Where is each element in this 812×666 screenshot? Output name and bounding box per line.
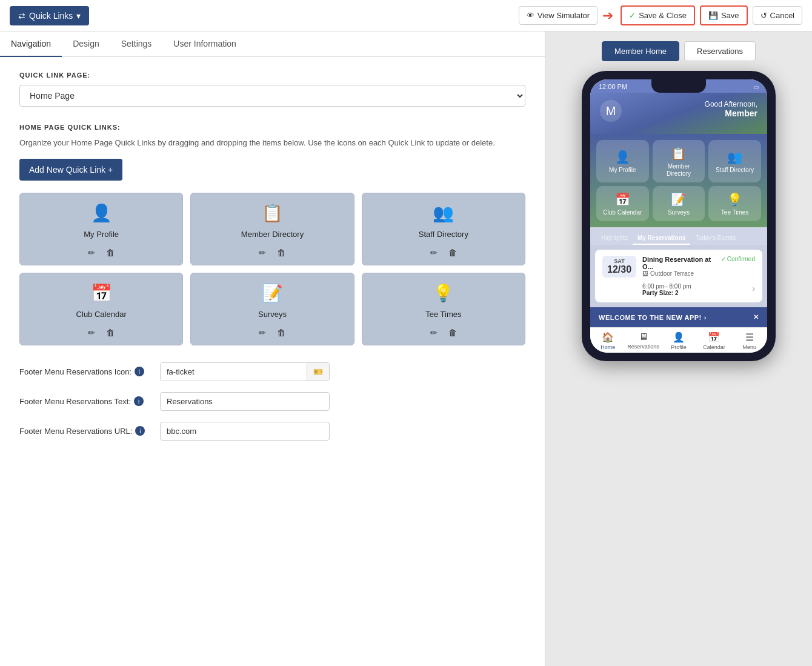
surveys-edit-button[interactable]: ✏ (256, 327, 268, 339)
phone-notch (651, 79, 706, 93)
app-tile-tee-times-name: Tee Times (721, 209, 749, 216)
app-tile-my-profile[interactable]: 👤 My Profile (596, 140, 649, 182)
app-tile-staff-directory[interactable]: 👥 Staff Directory (708, 140, 761, 182)
menu-nav-label: Menu (743, 344, 757, 350)
staff-directory-edit-button[interactable]: ✏ (428, 247, 440, 259)
tee-times-delete-button[interactable]: 🗑 (446, 327, 459, 339)
app-tile-surveys-icon: 📝 (671, 192, 686, 207)
app-tile-tee-times[interactable]: 💡 Tee Times (708, 186, 761, 221)
member-directory-actions: ✏ 🗑 (256, 247, 288, 259)
quick-link-page-label: QUICK LINK PAGE: (19, 72, 525, 79)
phone-logo: M (600, 100, 622, 122)
reservation-info: Dining Reservation at O... ✓ Confirmed 🖼… (642, 256, 755, 296)
save-icon: 💾 (708, 11, 718, 20)
phone-tab-todays-events[interactable]: Today's Events (690, 232, 740, 245)
footer-url-field: Footer Menu Reservations URL: i (19, 422, 525, 441)
view-simulator-button[interactable]: 👁 View Simulator (519, 6, 597, 25)
app-tile-club-calendar-name: Club Calendar (603, 209, 642, 216)
footer-icon-input[interactable] (161, 363, 307, 381)
save-button[interactable]: 💾 Save (700, 5, 748, 25)
check-icon: ✓ (629, 11, 636, 20)
my-profile-delete-button[interactable]: 🗑 (104, 247, 117, 259)
my-profile-edit-button[interactable]: ✏ (85, 247, 98, 259)
phone-header: M Good Afternoon, Member (590, 93, 767, 134)
quick-links-label: Quick Links (29, 11, 73, 21)
reservations-nav-icon: 🖥 (639, 331, 648, 342)
phone-greeting: Good Afternoon, Member (705, 100, 757, 118)
quick-link-card-surveys: 📝 Surveys ✏ 🗑 (190, 273, 354, 345)
phone-nav-profile[interactable]: 👤 Profile (661, 331, 696, 350)
tab-navigation[interactable]: Navigation (0, 32, 62, 57)
member-directory-icon: 📋 (262, 203, 283, 223)
footer-icon-info-icon[interactable]: i (135, 367, 144, 376)
home-nav-icon: 🏠 (602, 331, 614, 343)
staff-directory-delete-button[interactable]: 🗑 (446, 247, 459, 259)
profile-nav-label: Profile (671, 344, 687, 350)
sim-tab-member-home[interactable]: Member Home (602, 41, 679, 61)
calendar-nav-label: Calendar (703, 344, 725, 350)
app-tile-staff-directory-name: Staff Directory (716, 167, 754, 174)
footer-text-field: Footer Menu Reservations Text: i (19, 392, 525, 411)
app-tile-club-calendar[interactable]: 📅 Club Calendar (596, 186, 649, 221)
reservation-arrow-icon: › (752, 284, 755, 293)
surveys-icon: 📝 (262, 283, 283, 303)
tab-user-information[interactable]: User Information (162, 32, 247, 57)
surveys-name: Surveys (258, 310, 287, 319)
member-directory-edit-button[interactable]: ✏ (256, 247, 268, 259)
club-calendar-edit-button[interactable]: ✏ (85, 327, 98, 339)
member-directory-delete-button[interactable]: 🗑 (275, 247, 288, 259)
top-actions: 👁 View Simulator ➔ ✓ Save & Close 💾 Save… (519, 5, 802, 25)
app-grid: 👤 My Profile 📋 Member Directory 👥 Staff … (590, 134, 767, 227)
quick-links-dropdown-button[interactable]: ⇄ Quick Links ▾ (10, 6, 89, 25)
footer-url-label: Footer Menu Reservations URL: i (19, 426, 153, 436)
eye-icon: 👁 (527, 11, 534, 20)
app-tile-surveys[interactable]: 📝 Surveys (653, 186, 705, 221)
phone-screen: 12:00 PM ▭ M Good Afternoon, Member (590, 79, 767, 353)
tab-settings[interactable]: Settings (110, 32, 163, 57)
phone-nav-calendar[interactable]: 📅 Calendar (696, 331, 731, 350)
phone-nav-menu[interactable]: ☰ Menu (732, 331, 767, 350)
tee-times-name: Tee Times (425, 310, 461, 319)
phone-tab-my-reservations[interactable]: My Reservations (633, 232, 690, 245)
home-quick-links-label: HOME PAGE QUICK LINKS: (19, 124, 525, 131)
app-tile-my-profile-name: My Profile (609, 167, 636, 174)
phone-tab-highlights[interactable]: Highlights (596, 232, 633, 245)
phone-nav-reservations[interactable]: 🖥 Reservations (625, 331, 661, 350)
save-and-close-button[interactable]: ✓ Save & Close (621, 5, 695, 25)
tab-design[interactable]: Design (62, 32, 110, 57)
sim-tab-reservations[interactable]: Reservations (684, 41, 756, 61)
icon-preview: 🎫 (307, 363, 329, 381)
app-tile-member-directory[interactable]: 📋 Member Directory (653, 140, 705, 182)
club-calendar-delete-button[interactable]: 🗑 (104, 327, 117, 339)
cancel-button[interactable]: ↺ Cancel (753, 6, 802, 25)
surveys-delete-button[interactable]: 🗑 (275, 327, 288, 339)
cancel-icon: ↺ (760, 11, 767, 20)
footer-icon-field: Footer Menu Reservations Icon: i 🎫 (19, 362, 525, 381)
app-tile-tee-times-icon: 💡 (727, 192, 742, 207)
quick-link-page-dropdown[interactable]: Home Page About Page Contact Page (19, 85, 525, 107)
staff-directory-name: Staff Directory (419, 230, 468, 239)
link-icon: ⇄ (18, 11, 25, 21)
add-quick-link-button[interactable]: Add New Quick Link + (19, 159, 122, 181)
club-calendar-actions: ✏ 🗑 (85, 327, 117, 339)
simulator-tabs: Member Home Reservations (555, 41, 802, 61)
footer-text-info-icon[interactable]: i (134, 396, 144, 406)
tee-times-edit-button[interactable]: ✏ (428, 327, 440, 339)
home-nav-label: Home (601, 344, 615, 350)
tee-times-actions: ✏ 🗑 (428, 327, 459, 339)
footer-url-input[interactable] (160, 422, 330, 441)
welcome-text: WELCOME TO THE NEW APP! › (599, 314, 707, 321)
reservation-card[interactable]: SAT 12/30 Dining Reservation at O... ✓ C… (595, 250, 762, 302)
footer-url-info-icon[interactable]: i (135, 426, 145, 436)
quick-link-card-club-calendar: 📅 Club Calendar ✏ 🗑 (19, 273, 183, 345)
reservations-nav-label: Reservations (627, 344, 659, 350)
phone-nav-home[interactable]: 🏠 Home (590, 331, 625, 350)
welcome-close-icon[interactable]: ✕ (753, 313, 759, 321)
main-layout: Navigation Design Settings User Informat… (0, 32, 812, 666)
app-tile-surveys-name: Surveys (668, 209, 690, 216)
staff-directory-actions: ✏ 🗑 (428, 247, 459, 259)
check-circle-icon: ✓ (721, 256, 726, 262)
reservation-party: Party Size: 2 (642, 290, 691, 296)
footer-text-input[interactable] (160, 392, 330, 411)
profile-nav-icon: 👤 (673, 331, 685, 343)
